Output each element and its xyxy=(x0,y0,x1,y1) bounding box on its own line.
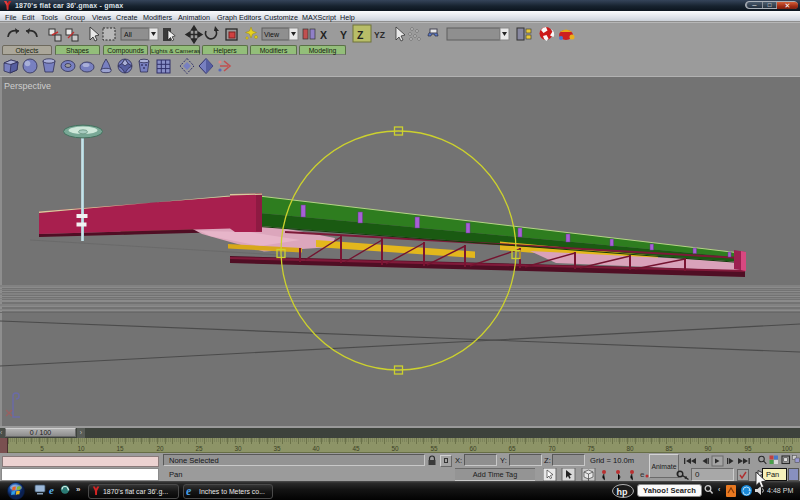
svg-text:e: e xyxy=(640,470,645,479)
svg-text:e: e xyxy=(186,484,192,497)
svg-text:Perspective: Perspective xyxy=(4,81,51,91)
svg-text:All: All xyxy=(124,31,132,38)
svg-text:View: View xyxy=(264,31,280,38)
svg-text:X: X xyxy=(320,29,327,41)
svg-text:Y: Y xyxy=(340,29,347,41)
svg-text:Z: Z xyxy=(357,29,364,41)
svg-text:YZ: YZ xyxy=(374,30,385,40)
svg-text:hp: hp xyxy=(617,487,628,497)
svg-text:e: e xyxy=(49,484,54,496)
svg-text:»: » xyxy=(76,485,81,494)
